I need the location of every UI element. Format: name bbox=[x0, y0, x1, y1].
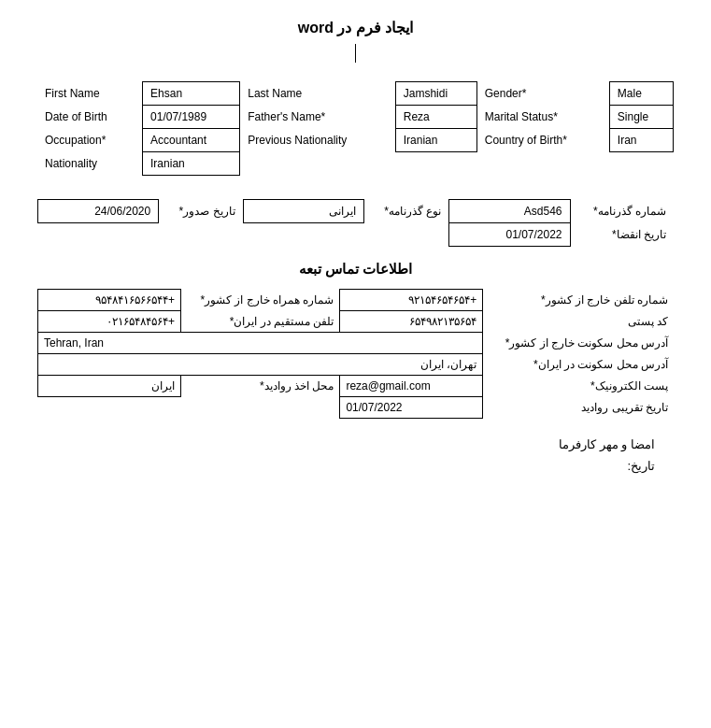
address-iran-label: آدرس محل سکونت در ایران* bbox=[483, 354, 674, 376]
fathers-name-label: Father's Name* bbox=[240, 106, 395, 129]
empty2 bbox=[395, 152, 476, 176]
title-divider bbox=[37, 44, 674, 63]
passport-type-label: نوع گذرنامه* bbox=[363, 200, 449, 223]
dob-label: Date of Birth bbox=[37, 106, 143, 129]
gender-label: Gender* bbox=[476, 82, 609, 106]
passport-table: شماره گذرنامه* Asd546 نوع گذرنامه* ایران… bbox=[37, 199, 674, 247]
page-title: ایجاد فرم در word bbox=[37, 19, 674, 36]
first-name-value: Ehsan bbox=[143, 82, 240, 106]
phone-abroad-value: +۹۲۱۵۴۶۵۴۶۵۴ bbox=[340, 290, 483, 311]
nationality-label: Nationality bbox=[37, 152, 143, 176]
country-label: Country of Birth* bbox=[476, 129, 609, 152]
first-name-label: First Name bbox=[37, 82, 143, 106]
issue-date-label: تاریخ صدور* bbox=[159, 200, 243, 223]
dob-value: 01/07/1989 bbox=[143, 106, 240, 129]
personal-info-table: First Name Ehsan Last Name Jamshidi Gend… bbox=[37, 81, 674, 176]
expiry-value: 01/07/2022 bbox=[449, 223, 570, 247]
occupation-value: Accountant bbox=[143, 129, 240, 152]
last-name-value: Jamshidi bbox=[395, 82, 476, 106]
fathers-name-value: Reza bbox=[395, 106, 476, 129]
prev-nationality-label: Previous Nationality bbox=[240, 129, 395, 152]
empty3 bbox=[476, 152, 609, 176]
email-label: پست الکترونیک* bbox=[483, 376, 674, 397]
expiry-label: تاریخ انقضا* bbox=[570, 223, 674, 247]
last-name-label: Last Name bbox=[240, 82, 395, 106]
address-iran-value: تهران، ایران bbox=[38, 354, 483, 376]
email-value: reza@gmail.com bbox=[340, 376, 483, 397]
arrival-date-label: تاریخ تقریبی روادید bbox=[483, 397, 674, 419]
phone-iran-label: تلفن مستقیم در ایران* bbox=[180, 311, 339, 333]
signature-line2: تاریخ: bbox=[37, 459, 655, 473]
country-value: Iran bbox=[609, 129, 673, 152]
signature-section: امضا و مهر کارفرما تاریخ: bbox=[37, 437, 674, 473]
issue-date-value: 24/06/2020 bbox=[38, 200, 159, 223]
empty1 bbox=[240, 152, 395, 176]
marital-value: Single bbox=[609, 106, 673, 129]
arrival-place-label: محل اخذ روادید* bbox=[180, 376, 339, 397]
occupation-label: Occupation* bbox=[37, 129, 143, 152]
empty4 bbox=[609, 152, 673, 176]
phone-iran-value: +۰۲۱۶۵۴۸۴۵۶۴ bbox=[38, 311, 181, 333]
nationality-value: Iranian bbox=[143, 152, 240, 176]
signature-line1: امضا و مهر کارفرما bbox=[37, 437, 655, 451]
mobile-abroad-value: +۹۵۴۸۴۱۶۵۶۶۵۴۴ bbox=[38, 290, 181, 311]
passport-type-value: ایرانی bbox=[243, 200, 363, 223]
address-abroad-label: آدرس محل سکونت خارج از کشور* bbox=[483, 333, 674, 354]
address-abroad-value: Tehran, Iran bbox=[38, 333, 483, 354]
mobile-abroad-label: شماره همراه خارج از کشور* bbox=[180, 290, 339, 311]
postal-code-label: کد پستی bbox=[483, 311, 674, 333]
postal-code-value: ۶۵۴۹۸۲۱۳۵۶۵۴ bbox=[340, 311, 483, 333]
marital-label: Marital Status* bbox=[476, 106, 609, 129]
gender-value: Male bbox=[609, 82, 673, 106]
arrival-date-value: 01/07/2022 bbox=[340, 397, 483, 419]
phone-abroad-label: شماره تلفن خارج از کشور* bbox=[483, 290, 674, 311]
passport-section: شماره گذرنامه* Asd546 نوع گذرنامه* ایران… bbox=[37, 199, 674, 247]
arrival-place-value: ایران bbox=[38, 376, 181, 397]
passport-no-value: Asd546 bbox=[449, 200, 570, 223]
contact-table: شماره تلفن خارج از کشور* +۹۲۱۵۴۶۵۴۶۵۴ شم… bbox=[37, 289, 674, 419]
passport-no-label: شماره گذرنامه* bbox=[570, 200, 674, 223]
prev-nationality-value: Iranian bbox=[395, 129, 476, 152]
contact-section-header: اطلاعات تماس تبعه bbox=[37, 261, 674, 278]
